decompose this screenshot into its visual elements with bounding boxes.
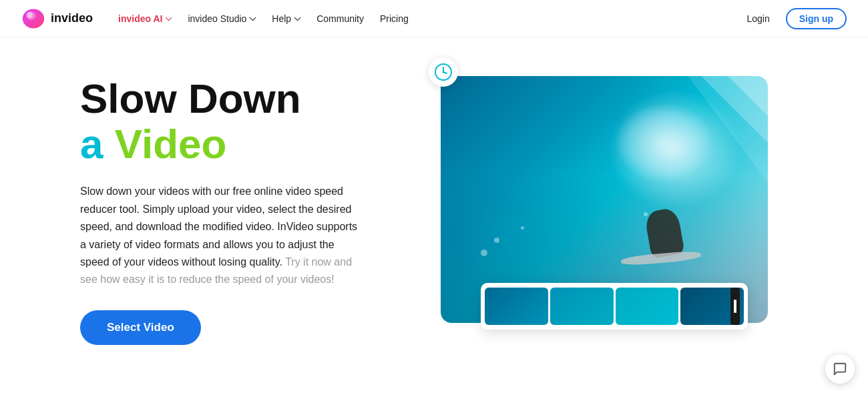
bubble bbox=[481, 250, 487, 256]
svg-marker-9 bbox=[688, 76, 768, 183]
logo-text: invideo bbox=[51, 11, 93, 25]
nav-item-community[interactable]: Community bbox=[310, 9, 371, 28]
timeline-frame bbox=[616, 288, 679, 325]
svg-point-2 bbox=[27, 12, 33, 18]
chevron-down-icon bbox=[249, 17, 256, 21]
hero-title: Slow Down a Video bbox=[80, 76, 401, 167]
svg-point-6 bbox=[443, 71, 445, 73]
nav-right: Login Sign up bbox=[738, 8, 847, 29]
surfer-silhouette bbox=[601, 210, 681, 270]
nav-item-invideo-ai[interactable]: invideo AI bbox=[112, 9, 178, 28]
logo-icon bbox=[21, 7, 45, 31]
clock-badge bbox=[429, 57, 458, 87]
bubble bbox=[521, 226, 524, 230]
signup-button[interactable]: Sign up bbox=[786, 8, 847, 29]
nav-items: invideo AI invideo Studio Help Community… bbox=[112, 9, 738, 28]
navbar: invideo invideo AI invideo Studio Help C… bbox=[0, 0, 868, 37]
chevron-down-icon bbox=[165, 17, 172, 21]
video-illustration bbox=[441, 69, 768, 323]
timeline-frame bbox=[485, 288, 548, 325]
hero-left: Slow Down a Video Slow down your videos … bbox=[80, 69, 401, 345]
nav-item-invideo-studio[interactable]: invideo Studio bbox=[181, 9, 262, 28]
timeline-strip bbox=[481, 283, 748, 330]
chat-icon bbox=[833, 362, 847, 376]
hero-description: Slow down your videos with our free onli… bbox=[80, 183, 361, 288]
nav-item-help[interactable]: Help bbox=[265, 9, 307, 28]
clock-icon bbox=[434, 63, 453, 81]
main-content: Slow Down a Video Slow down your videos … bbox=[0, 37, 868, 397]
bubble bbox=[644, 212, 648, 216]
timeline-frame bbox=[550, 288, 614, 325]
logo[interactable]: invideo bbox=[21, 7, 93, 31]
login-button[interactable]: Login bbox=[738, 9, 777, 28]
chevron-down-icon bbox=[294, 17, 300, 21]
nav-item-pricing[interactable]: Pricing bbox=[373, 9, 415, 28]
bubble bbox=[494, 238, 499, 243]
select-video-button[interactable]: Select Video bbox=[80, 310, 201, 345]
chat-button[interactable] bbox=[825, 354, 855, 384]
timeline-handle[interactable] bbox=[730, 288, 740, 325]
hero-right bbox=[441, 69, 788, 397]
surfer-body bbox=[644, 207, 684, 259]
